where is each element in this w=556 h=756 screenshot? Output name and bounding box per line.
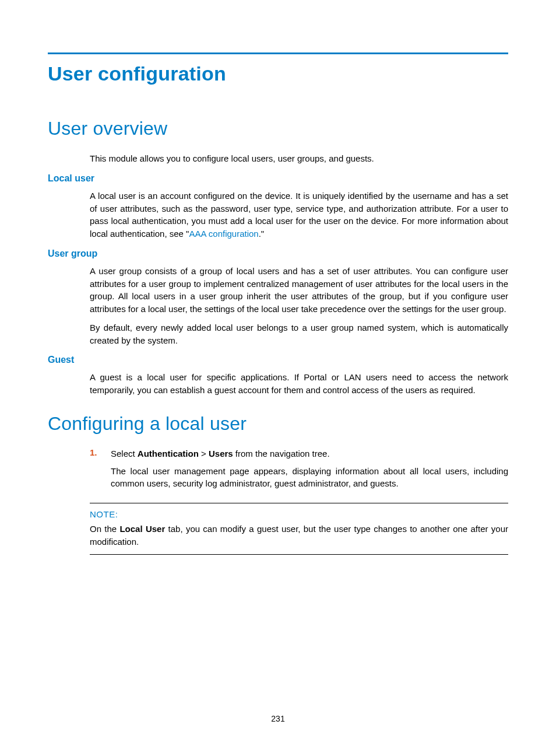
- document-page: User configuration User overview This mo…: [0, 0, 556, 756]
- local-user-text-b: .": [259, 229, 265, 239]
- overview-intro-text: This module allows you to configure loca…: [90, 152, 508, 165]
- subsection-heading-local-user: Local user: [48, 173, 508, 184]
- guest-block: A guest is a local user for specific app…: [90, 371, 508, 397]
- aaa-configuration-link[interactable]: AAA configuration: [189, 229, 258, 239]
- note-box: NOTE: On the Local User tab, you can mod…: [90, 503, 508, 555]
- note-body-a: On the: [90, 524, 119, 534]
- subsection-heading-guest: Guest: [48, 355, 508, 365]
- section-heading-configuring: Configuring a local user: [48, 413, 508, 435]
- user-group-paragraph-2: By default, every newly added local user…: [90, 321, 508, 347]
- guest-paragraph: A guest is a local user for specific app…: [90, 371, 508, 397]
- note-body: On the Local User tab, you can modify a …: [90, 523, 508, 548]
- step-1: 1. Select Authentication > Users from th…: [90, 447, 508, 490]
- section-heading-overview: User overview: [48, 118, 508, 139]
- steps-list: 1. Select Authentication > Users from th…: [90, 447, 508, 490]
- overview-intro-block: This module allows you to configure loca…: [90, 152, 508, 165]
- note-body-bold: Local User: [119, 524, 165, 534]
- user-group-block: A user group consists of a group of loca…: [90, 265, 508, 347]
- note-label: NOTE:: [90, 509, 508, 519]
- top-divider: [48, 52, 508, 54]
- configuring-steps-block: 1. Select Authentication > Users from th…: [90, 447, 508, 490]
- subsection-heading-user-group: User group: [48, 249, 508, 259]
- page-number: 231: [0, 714, 556, 723]
- step-number: 1.: [90, 447, 97, 457]
- page-title: User configuration: [48, 62, 508, 85]
- step-1-paragraph: The local user management page appears, …: [111, 465, 508, 491]
- local-user-paragraph: A local user is an account configured on…: [90, 190, 508, 240]
- step-1-text-c: from the navigation tree.: [233, 449, 330, 459]
- step-1-text-b: >: [199, 449, 209, 459]
- user-group-paragraph-1: A user group consists of a group of loca…: [90, 265, 508, 316]
- step-1-text: Select Authentication > Users from the n…: [111, 447, 508, 460]
- step-1-text-a: Select: [111, 449, 138, 459]
- step-1-bold-users: Users: [209, 449, 233, 459]
- local-user-text-a: A local user is an account configured on…: [90, 191, 508, 239]
- step-1-bold-auth: Authentication: [138, 449, 199, 459]
- local-user-block: A local user is an account configured on…: [90, 190, 508, 240]
